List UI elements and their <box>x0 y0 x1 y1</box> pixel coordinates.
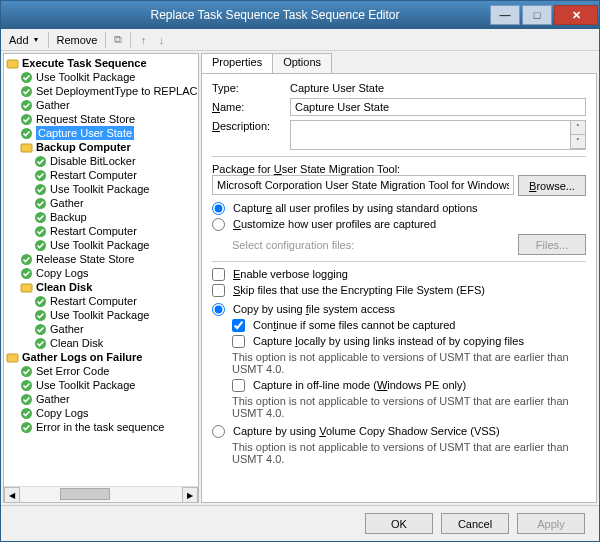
tree-node[interactable]: Restart Computer <box>4 294 198 308</box>
scroll-thumb[interactable] <box>60 488 110 500</box>
tree-node-label: Use Toolkit Package <box>50 308 149 322</box>
tab-options[interactable]: Options <box>272 53 332 73</box>
description-input[interactable]: ˄˅ <box>290 120 586 150</box>
tree-node[interactable]: Backup <box>4 210 198 224</box>
checkbox-offline-label: Capture in off-line mode (Windows PE onl… <box>253 379 466 391</box>
minimize-button[interactable]: — <box>490 5 520 25</box>
check-icon <box>20 99 33 112</box>
window-title: Replace Task Sequence Task Sequence Edit… <box>61 8 489 22</box>
check-icon <box>20 421 33 434</box>
checkbox-capture-local-label: Capture locally by using links instead o… <box>253 335 524 347</box>
tree-node-label: Set DeploymentType to REPLACE <box>36 84 198 98</box>
tree-node[interactable]: Execute Task Sequence <box>4 56 198 70</box>
tree-node[interactable]: Set DeploymentType to REPLACE <box>4 84 198 98</box>
name-input[interactable] <box>290 98 586 116</box>
tree-node-label: Use Toolkit Package <box>50 182 149 196</box>
remove-button[interactable]: Remove <box>53 33 102 47</box>
folder-icon <box>20 281 33 294</box>
tree-node[interactable]: Clean Disk <box>4 280 198 294</box>
package-input[interactable] <box>212 175 514 195</box>
tree-node[interactable]: Use Toolkit Package <box>4 378 198 392</box>
tree-node-label: Gather <box>50 322 84 336</box>
check-icon <box>34 197 47 210</box>
tree-node[interactable]: Use Toolkit Package <box>4 238 198 252</box>
tree-node[interactable]: Gather <box>4 196 198 210</box>
tree-node-label: Copy Logs <box>36 406 89 420</box>
radio-capture-standard-label: Capture all user profiles by using stand… <box>233 202 478 214</box>
description-label: Description: <box>212 120 290 132</box>
svg-rect-6 <box>21 144 32 152</box>
check-icon <box>20 267 33 280</box>
check-icon <box>34 295 47 308</box>
radio-customize[interactable] <box>212 218 225 231</box>
tree-node[interactable]: Clean Disk <box>4 336 198 350</box>
tree-pane: Execute Task SequenceUse Toolkit Package… <box>3 53 199 503</box>
svg-rect-16 <box>21 284 32 292</box>
tree-node[interactable]: Gather <box>4 322 198 336</box>
tree-node[interactable]: Backup Computer <box>4 140 198 154</box>
tree-node[interactable]: Use Toolkit Package <box>4 308 198 322</box>
task-sequence-tree[interactable]: Execute Task SequenceUse Toolkit Package… <box>4 54 198 486</box>
new-group-icon[interactable]: ⧉ <box>110 32 126 48</box>
checkbox-skip-efs-label: Skip files that use the Encrypting File … <box>233 284 485 296</box>
close-button[interactable]: ✕ <box>554 5 598 25</box>
tree-node[interactable]: Capture User State <box>4 126 198 140</box>
tree-node[interactable]: Error in the task sequence <box>4 420 198 434</box>
tree-node-label: Disable BitLocker <box>50 154 136 168</box>
move-up-icon[interactable]: ↑ <box>135 32 151 48</box>
browse-button[interactable]: Browse... <box>518 175 586 196</box>
check-icon <box>20 379 33 392</box>
check-icon <box>20 127 33 140</box>
horizontal-scrollbar[interactable]: ◀ ▶ <box>4 486 198 502</box>
tree-node[interactable]: Use Toolkit Package <box>4 70 198 84</box>
folder-icon <box>20 141 33 154</box>
tree-node-label: Backup Computer <box>36 140 131 154</box>
radio-copy-filesystem[interactable] <box>212 303 225 316</box>
cancel-button[interactable]: Cancel <box>441 513 509 534</box>
tree-node[interactable]: Gather <box>4 392 198 406</box>
tab-properties[interactable]: Properties <box>201 53 273 73</box>
tree-node-label: Restart Computer <box>50 294 137 308</box>
tree-node[interactable]: Use Toolkit Package <box>4 182 198 196</box>
tree-node-label: Execute Task Sequence <box>22 56 147 70</box>
checkbox-verbose[interactable] <box>212 268 225 281</box>
tree-node[interactable]: Restart Computer <box>4 224 198 238</box>
check-icon <box>34 155 47 168</box>
note-offline: This option is not applicable to version… <box>232 395 586 419</box>
radio-capture-standard[interactable] <box>212 202 225 215</box>
tree-node-label: Gather <box>36 392 70 406</box>
checkbox-continue[interactable] <box>232 319 245 332</box>
tree-node[interactable]: Gather Logs on Failure <box>4 350 198 364</box>
move-down-icon[interactable]: ↓ <box>153 32 169 48</box>
desc-down-icon[interactable]: ˅ <box>570 135 585 149</box>
check-icon <box>20 71 33 84</box>
tree-node[interactable]: Release State Store <box>4 252 198 266</box>
checkbox-skip-efs[interactable] <box>212 284 225 297</box>
tree-node[interactable]: Restart Computer <box>4 168 198 182</box>
scroll-right-button[interactable]: ▶ <box>182 487 198 503</box>
radio-vss[interactable] <box>212 425 225 438</box>
apply-button[interactable]: Apply <box>517 513 585 534</box>
checkbox-verbose-label: Enable verbose logging <box>233 268 348 280</box>
maximize-button[interactable]: □ <box>522 5 552 25</box>
files-button[interactable]: Files... <box>518 234 586 255</box>
desc-up-icon[interactable]: ˄ <box>570 121 585 135</box>
tree-node[interactable]: Request State Store <box>4 112 198 126</box>
tree-node[interactable]: Disable BitLocker <box>4 154 198 168</box>
tree-node[interactable]: Copy Logs <box>4 266 198 280</box>
note-vss: This option is not applicable to version… <box>232 441 586 465</box>
tree-node[interactable]: Set Error Code <box>4 364 198 378</box>
tree-node[interactable]: Copy Logs <box>4 406 198 420</box>
add-menu[interactable]: Add▼ <box>5 33 44 47</box>
ok-button[interactable]: OK <box>365 513 433 534</box>
scroll-left-button[interactable]: ◀ <box>4 487 20 503</box>
check-icon <box>20 113 33 126</box>
tree-node-label: Clean Disk <box>36 280 92 294</box>
checkbox-offline[interactable] <box>232 379 245 392</box>
radio-customize-label: Customize how user profiles are captured <box>233 218 436 230</box>
check-icon <box>34 309 47 322</box>
folder-icon <box>6 351 19 364</box>
toolbar: Add▼ Remove ⧉ ↑ ↓ <box>1 29 599 51</box>
tree-node[interactable]: Gather <box>4 98 198 112</box>
checkbox-capture-local[interactable] <box>232 335 245 348</box>
